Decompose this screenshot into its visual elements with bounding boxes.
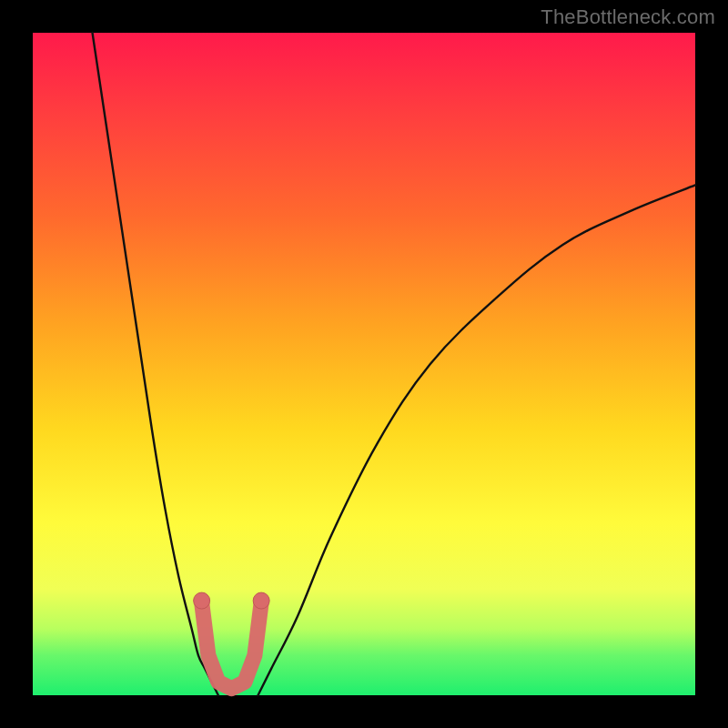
plot-area	[33, 33, 695, 695]
sweet-spot-markers	[194, 592, 270, 689]
curve-right	[258, 185, 695, 695]
watermark-text: TheBottleneck.com	[541, 5, 715, 29]
chart-svg	[33, 33, 695, 695]
svg-point-1	[253, 592, 269, 609]
chart-frame: TheBottleneck.com	[0, 0, 728, 728]
svg-point-0	[194, 592, 210, 609]
